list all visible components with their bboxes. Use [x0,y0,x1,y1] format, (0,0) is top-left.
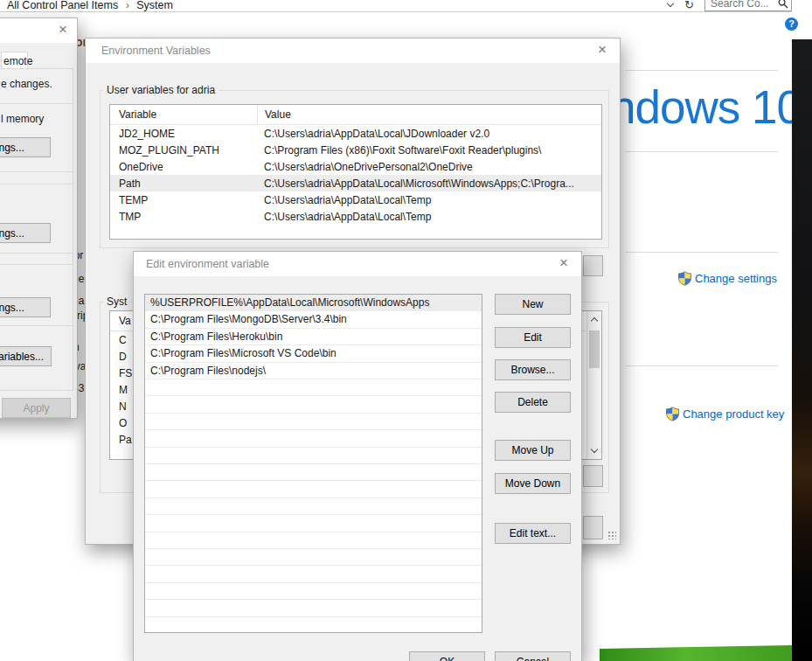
variable-value: C:\Program Files (x86)\Foxit Software\Fo… [257,144,601,157]
divider [626,252,778,253]
table-row[interactable]: TMP C:\Users\adria\AppData\Local\Temp [110,208,601,225]
table-row[interactable]: MOZ_PLUGIN_PATH C:\Program Files (x86)\F… [110,142,601,158]
move-down-button[interactable]: Move Down [495,473,571,494]
uac-shield-icon [677,271,692,286]
list-item[interactable]: C:\Program Files\Heroku\bin [145,329,482,345]
variable-name: JD2_HOME [110,128,257,140]
startup-settings-button[interactable]: ttings... [0,297,51,317]
change-product-key-label[interactable]: Change product key [683,407,784,421]
memory-text-fragment: l memory [1,113,44,125]
breadcrumb-separator-icon: › [121,0,134,11]
list-item[interactable]: C:\Program Files\MongoDB\Server\3.4\bin [145,311,482,328]
variable-value: C:\Users\adria\AppData\Local\Temp [257,211,601,223]
ok-button[interactable]: OK [409,651,485,661]
divider [626,151,778,152]
table-row-selected[interactable]: Path C:\Users\adria\AppData\Local\Micros… [110,175,601,191]
search-input[interactable] [711,0,775,10]
table-row[interactable]: OneDrive C:\Users\adria\OneDrivePersonal… [110,158,601,175]
resize-grip[interactable] [607,531,616,539]
variable-value: C:\Users\adria\AppData\Local\Temp [257,194,601,206]
scrollbar-thumb[interactable] [589,330,600,368]
apply-button[interactable]: Apply [2,398,71,418]
help-button[interactable]: ? [785,17,798,31]
environment-variables-button[interactable]: Variables... [0,346,52,366]
variable-name: Path [110,177,257,190]
variable-name: TEMP [110,194,257,206]
dialog-title: Edit environment variable [146,258,269,270]
system-variables-group-label: Syst [103,296,130,308]
variable-name: OneDrive [110,161,257,173]
user-variables-group-label: User variables for adria [103,84,219,96]
search-icon[interactable] [778,0,788,9]
breadcrumb-item-system[interactable]: System [136,0,173,11]
table-row[interactable]: TEMP C:\Users\adria\AppData\Local\Temp [110,191,601,208]
divider [626,70,778,71]
cancel-button[interactable]: Cancel [495,651,571,661]
list-item[interactable]: C:\Program Files\nodejs\ [145,363,482,379]
change-settings-label[interactable]: Change settings [695,272,777,285]
browse-button[interactable]: Browse... [495,359,571,380]
tab-label: emote [3,55,32,67]
tab-remote[interactable]: emote [1,52,28,69]
partial-button[interactable] [583,465,603,487]
desktop-wallpaper-grass [600,645,792,661]
column-header-value[interactable]: Value [257,105,601,124]
partial-button[interactable] [583,516,603,539]
refresh-icon[interactable]: ↻ [684,0,694,11]
partial-button[interactable] [583,255,603,276]
variable-name: TMP [110,211,257,223]
search-box[interactable] [704,0,792,11]
user-variables-list[interactable]: Variable Value JD2_HOME C:\Users\adria\A… [109,104,602,240]
dialog-title: Environment Variables [101,45,211,57]
user-profiles-group [0,184,73,254]
address-dropdown-icon[interactable] [667,0,674,7]
edit-text-button[interactable]: Edit text... [495,523,571,544]
variable-value: C:\Users\adria\AppData\Local\JDownloader… [257,128,601,140]
close-icon[interactable]: × [593,41,611,59]
delete-button[interactable]: Delete [495,392,571,413]
edit-environment-variable-dialog: Edit environment variable × %USERPROFILE… [133,251,582,661]
breadcrumb[interactable]: All Control Panel Items › System [7,0,173,11]
list-header[interactable]: Variable Value [110,105,601,125]
close-icon[interactable]: × [54,21,72,38]
system-properties-dialog: × emote e changes. l memory ttings... tt… [0,17,78,419]
address-bar: All Control Panel Items › System ↻ [0,0,792,12]
variable-value: C:\Users\adria\OneDrivePersonal2\OneDriv… [257,161,601,173]
divider [626,365,778,366]
close-icon[interactable]: × [555,254,573,272]
scroll-up-icon[interactable] [591,317,598,324]
desktop-wallpaper-edge [792,39,812,661]
performance-settings-button[interactable]: ttings... [0,137,51,157]
intro-text-fragment: e changes. [1,78,52,90]
path-entries-list[interactable]: %USERPROFILE%\AppData\Local\Microsoft\Wi… [144,294,482,633]
windows-10-title: ndows 10 [610,80,802,134]
variable-name: MOZ_PLUGIN_PATH [110,144,257,157]
scroll-down-icon[interactable] [591,446,598,453]
user-profiles-settings-button[interactable]: ttings... [0,223,51,243]
edit-button[interactable]: Edit [495,327,571,348]
list-item-selected[interactable]: %USERPROFILE%\AppData\Local\Microsoft\Wi… [145,295,482,311]
move-up-button[interactable]: Move Up [495,440,571,461]
variable-value: C:\Users\adria\AppData\Local\Microsoft\W… [257,177,601,190]
change-settings-link[interactable]: Change settings [677,271,777,286]
scrollbar[interactable] [586,311,601,459]
breadcrumb-item-all-control-panel[interactable]: All Control Panel Items [7,0,118,11]
column-header-variable[interactable]: Variable [110,108,257,121]
screen: All Control Panel Items › System ↻ ? ndo… [0,0,812,661]
uac-shield-icon [665,407,680,421]
table-row[interactable]: JD2_HOME C:\Users\adria\AppData\Local\JD… [110,125,601,142]
new-button[interactable]: New [495,294,571,315]
change-product-key-link[interactable]: Change product key [665,407,784,421]
list-item[interactable]: C:\Program Files\Microsoft VS Code\bin [145,345,482,362]
